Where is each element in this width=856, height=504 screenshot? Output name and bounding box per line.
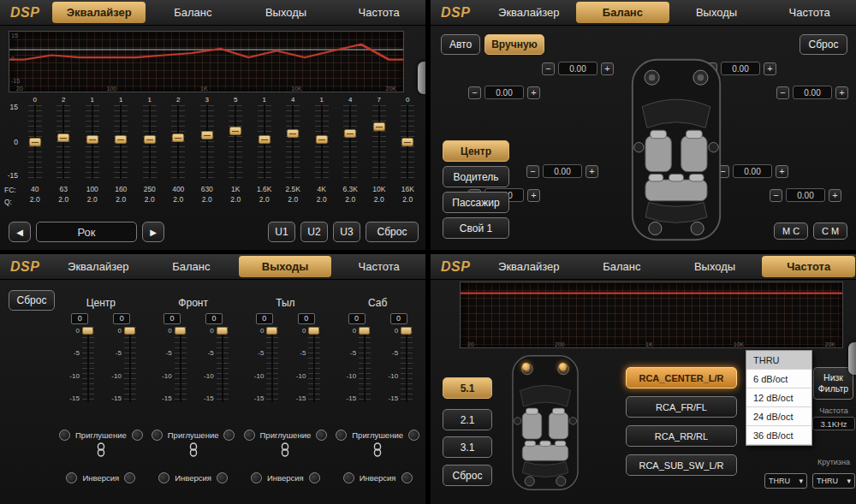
dropdown-option[interactable]: THRU <box>746 351 811 370</box>
eq-band-slider[interactable] <box>372 105 386 179</box>
eq-band-slider[interactable] <box>28 105 42 179</box>
dropdown-option[interactable]: 6 dB/oct <box>746 370 811 388</box>
tab-balance[interactable]: Баланс <box>576 2 669 23</box>
eq-band-slider[interactable] <box>171 105 185 179</box>
output-slider-handle[interactable] <box>266 327 277 335</box>
channel-button[interactable]: RCA_RR/RL <box>626 425 737 447</box>
eq-band-slider[interactable] <box>229 105 242 179</box>
position-button[interactable]: Центр <box>443 140 509 162</box>
output-slider-handle[interactable] <box>82 327 93 335</box>
output-slider[interactable] <box>175 327 187 402</box>
increment-button[interactable]: + <box>829 189 841 202</box>
eq-slider-handle[interactable] <box>373 122 385 131</box>
eq-band-slider[interactable] <box>286 105 300 179</box>
eq-band-slider[interactable] <box>200 105 214 179</box>
mute-toggle-left[interactable] <box>152 430 163 441</box>
invert-toggle-left[interactable] <box>66 472 77 483</box>
position-button[interactable]: Пассажир <box>443 192 509 213</box>
eq-slider-handle[interactable] <box>29 138 41 146</box>
eq-band-slider[interactable] <box>315 105 329 179</box>
balance-reset-button[interactable]: Сброс <box>800 34 847 55</box>
tab-outputs[interactable]: Выходы <box>240 0 333 25</box>
link-channels-icon[interactable] <box>280 442 290 457</box>
tab-equalizer[interactable]: Эквалайзер <box>52 2 146 23</box>
output-slider-handle[interactable] <box>175 327 186 335</box>
mode-button-5.1[interactable]: 5.1 <box>443 377 492 399</box>
link-channels-icon[interactable] <box>96 442 106 457</box>
mute-toggle-left[interactable] <box>59 430 70 441</box>
output-slider-handle[interactable] <box>217 327 228 335</box>
increment-button[interactable]: + <box>835 86 848 99</box>
dropdown-option[interactable]: 36 dB/oct <box>746 426 811 445</box>
mc-button[interactable]: M C <box>774 222 808 240</box>
increment-button[interactable]: + <box>586 165 598 178</box>
mute-toggle-right[interactable] <box>316 430 327 441</box>
eq-slider-handle[interactable] <box>86 135 98 144</box>
preset-display[interactable]: Рок <box>36 222 137 242</box>
output-slider[interactable] <box>82 327 94 402</box>
tab-equalizer[interactable]: Эквалайзер <box>482 0 575 25</box>
increment-button[interactable]: + <box>776 165 788 178</box>
eq-slider-handle[interactable] <box>57 133 69 142</box>
increment-button[interactable]: + <box>601 62 614 75</box>
eq-band-slider[interactable] <box>258 105 271 179</box>
tab-balance[interactable]: Баланс <box>145 254 238 279</box>
tab-equalizer[interactable]: Эквалайзер <box>482 254 575 279</box>
freq-reset-button[interactable]: Сброс <box>443 465 492 486</box>
eq-band-slider[interactable] <box>143 105 157 179</box>
increment-button[interactable]: + <box>527 189 540 202</box>
position-button[interactable]: Свой 1 <box>443 217 509 239</box>
increment-button[interactable]: + <box>527 86 540 99</box>
decrement-button[interactable]: − <box>776 86 789 99</box>
channel-button[interactable]: RCA_SUB_SW_L/R <box>626 454 737 476</box>
output-slider-handle[interactable] <box>401 327 412 335</box>
output-slider-handle[interactable] <box>124 327 135 335</box>
mute-toggle-left[interactable] <box>244 430 255 441</box>
mute-toggle-left[interactable] <box>336 430 347 441</box>
output-slider[interactable] <box>401 327 413 402</box>
eq-slider-handle[interactable] <box>201 131 213 139</box>
position-button[interactable]: Водитель <box>443 166 509 187</box>
eq-slider-handle[interactable] <box>229 127 241 135</box>
output-slider[interactable] <box>217 327 229 402</box>
decrement-button[interactable]: − <box>770 189 782 202</box>
eq-slider-handle[interactable] <box>115 135 127 144</box>
eq-band-slider[interactable] <box>343 105 357 179</box>
dropdown-option[interactable]: 12 dB/oct <box>746 388 811 407</box>
eq-band-slider[interactable] <box>401 105 414 179</box>
invert-toggle-left[interactable] <box>343 472 354 483</box>
output-slider-handle[interactable] <box>359 327 370 335</box>
increment-button[interactable]: + <box>764 62 776 75</box>
eq-slider-handle[interactable] <box>259 135 270 144</box>
invert-toggle-left[interactable] <box>158 472 169 483</box>
decrement-button[interactable]: − <box>542 62 555 75</box>
eq-slider-handle[interactable] <box>287 129 299 138</box>
eq-band-slider[interactable] <box>56 105 70 179</box>
tab-outputs[interactable]: Выходы <box>670 0 764 25</box>
eq-slider-handle[interactable] <box>316 135 328 144</box>
output-slider[interactable] <box>266 327 278 402</box>
tab-equalizer[interactable]: Эквалайзер <box>51 254 145 279</box>
decrement-button[interactable]: − <box>526 165 539 178</box>
tab-frequency[interactable]: Частота <box>763 0 856 25</box>
mode-button-2.1[interactable]: 2.1 <box>443 409 492 430</box>
tab-frequency[interactable]: Частота <box>762 256 855 277</box>
auto-button[interactable]: Авто <box>441 34 480 55</box>
drawer-handle[interactable] <box>848 342 856 375</box>
dropdown-option[interactable]: 24 dB/oct <box>746 407 811 426</box>
memory-button-u1[interactable]: U1 <box>268 222 295 242</box>
tab-outputs[interactable]: Выходы <box>239 256 332 277</box>
tab-balance[interactable]: Баланс <box>575 254 669 279</box>
tab-frequency[interactable]: Частота <box>332 254 425 279</box>
next-preset-button[interactable]: ▶ <box>142 222 164 242</box>
invert-toggle-right[interactable] <box>217 472 228 483</box>
memory-button-u2[interactable]: U2 <box>300 222 328 242</box>
invert-toggle-left[interactable] <box>251 472 262 483</box>
tab-outputs[interactable]: Выходы <box>669 254 762 279</box>
tab-frequency[interactable]: Частота <box>332 0 425 25</box>
eq-slider-handle[interactable] <box>401 138 413 146</box>
output-slider[interactable] <box>308 327 320 402</box>
manual-button[interactable]: Вручную <box>484 34 544 55</box>
output-slider[interactable] <box>124 327 136 402</box>
invert-toggle-right[interactable] <box>401 472 413 483</box>
